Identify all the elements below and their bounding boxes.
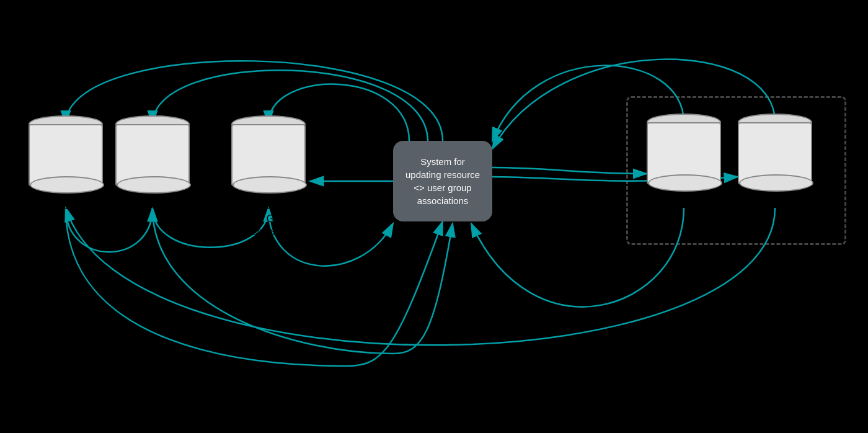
cohosting-bottom — [648, 174, 722, 192]
teams-node: Teams — [738, 122, 812, 211]
cohosting-body — [647, 122, 721, 184]
system-box: System forupdating resource<> user group… — [393, 141, 492, 221]
cohosting-label: Co-Hosting — [659, 198, 709, 211]
resources-bottom — [117, 176, 191, 194]
resources-cylinder — [115, 124, 190, 186]
resource-uga-bottom — [232, 176, 307, 194]
teams-body — [738, 122, 812, 184]
teams-cylinder — [738, 122, 812, 184]
resource-uga-node: ResourceUser GroupAssociations — [231, 124, 306, 238]
system-box-label: System forupdating resource<> user group… — [405, 155, 480, 207]
user-groups-cylinder — [29, 124, 103, 186]
cohosting-node: Co-Hosting — [647, 122, 721, 211]
cohosting-cylinder — [647, 122, 721, 184]
teams-bottom — [739, 174, 813, 192]
resource-uga-label: ResourceUser GroupAssociations — [241, 200, 296, 238]
teams-label: Teams — [760, 198, 789, 211]
resources-node: Resources — [115, 124, 190, 213]
resource-uga-body — [231, 124, 306, 186]
diagram-container: User Groups Resources ResourceUser Group… — [0, 0, 868, 433]
user-groups-bottom — [30, 176, 104, 194]
resources-label: Resources — [129, 200, 176, 213]
user-groups-node: User Groups — [29, 124, 103, 213]
user-groups-body — [29, 124, 103, 186]
user-groups-label: User Groups — [38, 200, 94, 213]
resource-uga-cylinder — [231, 124, 306, 186]
resources-body — [115, 124, 190, 186]
